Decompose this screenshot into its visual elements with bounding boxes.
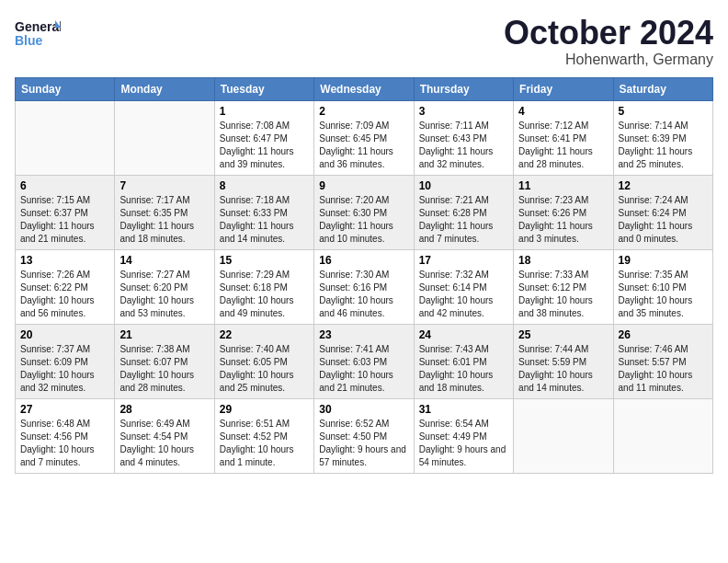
day-number: 14 [119, 254, 209, 267]
day-detail: Sunrise: 7:41 AM Sunset: 6:03 PM Dayligh… [319, 343, 408, 395]
day-number: 5 [619, 105, 708, 118]
svg-text:General: General [15, 19, 61, 34]
day-number: 8 [220, 179, 309, 192]
weekday-header-monday: Monday [115, 77, 214, 100]
day-detail: Sunrise: 7:18 AM Sunset: 6:33 PM Dayligh… [220, 194, 309, 246]
day-detail: Sunrise: 7:17 AM Sunset: 6:35 PM Dayligh… [119, 194, 209, 246]
calendar-cell [115, 100, 214, 175]
calendar-cell: 5Sunrise: 7:14 AM Sunset: 6:39 PM Daylig… [613, 100, 712, 175]
day-detail: Sunrise: 7:32 AM Sunset: 6:14 PM Dayligh… [419, 269, 508, 320]
title-area: October 2024 Hohenwarth, Germany [504, 15, 713, 68]
weekday-header-thursday: Thursday [414, 77, 513, 100]
calendar-cell: 20Sunrise: 7:37 AM Sunset: 6:09 PM Dayli… [16, 324, 115, 398]
calendar-cell: 30Sunrise: 6:52 AM Sunset: 4:50 PM Dayli… [314, 398, 414, 473]
week-row-3: 13Sunrise: 7:26 AM Sunset: 6:22 PM Dayli… [16, 249, 713, 324]
calendar-cell: 28Sunrise: 6:49 AM Sunset: 4:54 PM Dayli… [115, 398, 214, 473]
day-detail: Sunrise: 6:51 AM Sunset: 4:52 PM Dayligh… [220, 418, 309, 469]
calendar-cell: 7Sunrise: 7:17 AM Sunset: 6:35 PM Daylig… [115, 175, 214, 249]
weekday-header-tuesday: Tuesday [214, 77, 313, 100]
calendar-cell: 29Sunrise: 6:51 AM Sunset: 4:52 PM Dayli… [214, 398, 313, 473]
day-number: 3 [419, 105, 508, 118]
day-number: 13 [20, 254, 109, 267]
day-number: 24 [419, 328, 508, 341]
day-detail: Sunrise: 7:40 AM Sunset: 6:05 PM Dayligh… [220, 343, 309, 395]
day-detail: Sunrise: 6:49 AM Sunset: 4:54 PM Dayligh… [119, 418, 209, 469]
calendar-cell: 17Sunrise: 7:32 AM Sunset: 6:14 PM Dayli… [414, 249, 513, 324]
day-number: 27 [20, 403, 109, 416]
calendar-cell: 16Sunrise: 7:30 AM Sunset: 6:16 PM Dayli… [314, 249, 414, 324]
day-detail: Sunrise: 7:26 AM Sunset: 6:22 PM Dayligh… [20, 269, 109, 320]
day-detail: Sunrise: 7:37 AM Sunset: 6:09 PM Dayligh… [20, 343, 109, 395]
day-detail: Sunrise: 7:23 AM Sunset: 6:26 PM Dayligh… [518, 194, 608, 246]
week-row-4: 20Sunrise: 7:37 AM Sunset: 6:09 PM Dayli… [16, 324, 713, 398]
day-detail: Sunrise: 7:08 AM Sunset: 6:47 PM Dayligh… [220, 120, 309, 171]
calendar-cell: 14Sunrise: 7:27 AM Sunset: 6:20 PM Dayli… [115, 249, 214, 324]
day-number: 15 [220, 254, 309, 267]
calendar-cell: 13Sunrise: 7:26 AM Sunset: 6:22 PM Dayli… [16, 249, 115, 324]
day-detail: Sunrise: 7:38 AM Sunset: 6:07 PM Dayligh… [119, 343, 209, 395]
day-number: 18 [518, 254, 608, 267]
calendar-cell: 23Sunrise: 7:41 AM Sunset: 6:03 PM Dayli… [314, 324, 414, 398]
calendar-cell: 8Sunrise: 7:18 AM Sunset: 6:33 PM Daylig… [214, 175, 313, 249]
calendar-cell: 27Sunrise: 6:48 AM Sunset: 4:56 PM Dayli… [16, 398, 115, 473]
day-detail: Sunrise: 7:44 AM Sunset: 5:59 PM Dayligh… [518, 343, 608, 395]
day-number: 10 [419, 179, 508, 192]
day-detail: Sunrise: 7:33 AM Sunset: 6:12 PM Dayligh… [518, 269, 608, 320]
logo: General Blue [15, 15, 61, 55]
day-detail: Sunrise: 7:14 AM Sunset: 6:39 PM Dayligh… [619, 120, 708, 171]
calendar-cell: 22Sunrise: 7:40 AM Sunset: 6:05 PM Dayli… [214, 324, 313, 398]
day-number: 4 [518, 105, 608, 118]
calendar-cell: 15Sunrise: 7:29 AM Sunset: 6:18 PM Dayli… [214, 249, 313, 324]
day-number: 26 [619, 328, 708, 341]
calendar-cell: 2Sunrise: 7:09 AM Sunset: 6:45 PM Daylig… [314, 100, 414, 175]
weekday-header-wednesday: Wednesday [314, 77, 414, 100]
day-number: 1 [220, 105, 309, 118]
calendar-cell: 12Sunrise: 7:24 AM Sunset: 6:24 PM Dayli… [613, 175, 712, 249]
calendar-cell: 18Sunrise: 7:33 AM Sunset: 6:12 PM Dayli… [514, 249, 613, 324]
day-detail: Sunrise: 7:35 AM Sunset: 6:10 PM Dayligh… [619, 269, 708, 320]
day-detail: Sunrise: 6:52 AM Sunset: 4:50 PM Dayligh… [319, 418, 408, 469]
weekday-header-sunday: Sunday [16, 77, 115, 100]
day-detail: Sunrise: 7:21 AM Sunset: 6:28 PM Dayligh… [419, 194, 508, 246]
calendar-cell: 21Sunrise: 7:38 AM Sunset: 6:07 PM Dayli… [115, 324, 214, 398]
location: Hohenwarth, Germany [504, 52, 713, 68]
calendar-cell: 3Sunrise: 7:11 AM Sunset: 6:43 PM Daylig… [414, 100, 513, 175]
day-number: 6 [20, 179, 109, 192]
calendar-cell: 4Sunrise: 7:12 AM Sunset: 6:41 PM Daylig… [514, 100, 613, 175]
day-number: 31 [419, 403, 508, 416]
day-number: 9 [319, 179, 408, 192]
calendar-cell: 6Sunrise: 7:15 AM Sunset: 6:37 PM Daylig… [16, 175, 115, 249]
day-detail: Sunrise: 7:11 AM Sunset: 6:43 PM Dayligh… [419, 120, 508, 171]
day-detail: Sunrise: 7:43 AM Sunset: 6:01 PM Dayligh… [419, 343, 508, 395]
day-number: 19 [619, 254, 708, 267]
calendar-cell: 25Sunrise: 7:44 AM Sunset: 5:59 PM Dayli… [514, 324, 613, 398]
calendar-cell: 26Sunrise: 7:46 AM Sunset: 5:57 PM Dayli… [613, 324, 712, 398]
day-number: 28 [119, 403, 209, 416]
day-number: 29 [220, 403, 309, 416]
day-detail: Sunrise: 6:54 AM Sunset: 4:49 PM Dayligh… [419, 418, 508, 469]
day-number: 23 [319, 328, 408, 341]
calendar-cell: 9Sunrise: 7:20 AM Sunset: 6:30 PM Daylig… [314, 175, 414, 249]
calendar-cell: 11Sunrise: 7:23 AM Sunset: 6:26 PM Dayli… [514, 175, 613, 249]
weekday-header-saturday: Saturday [613, 77, 712, 100]
day-detail: Sunrise: 7:46 AM Sunset: 5:57 PM Dayligh… [619, 343, 708, 395]
day-detail: Sunrise: 7:09 AM Sunset: 6:45 PM Dayligh… [319, 120, 408, 171]
day-number: 25 [518, 328, 608, 341]
day-detail: Sunrise: 7:24 AM Sunset: 6:24 PM Dayligh… [619, 194, 708, 246]
month-title: October 2024 [504, 15, 713, 52]
day-detail: Sunrise: 7:15 AM Sunset: 6:37 PM Dayligh… [20, 194, 109, 246]
calendar-cell: 10Sunrise: 7:21 AM Sunset: 6:28 PM Dayli… [414, 175, 513, 249]
day-detail: Sunrise: 7:12 AM Sunset: 6:41 PM Dayligh… [518, 120, 608, 171]
calendar-cell: 19Sunrise: 7:35 AM Sunset: 6:10 PM Dayli… [613, 249, 712, 324]
week-row-1: 1Sunrise: 7:08 AM Sunset: 6:47 PM Daylig… [16, 100, 713, 175]
calendar-table: SundayMondayTuesdayWednesdayThursdayFrid… [15, 77, 713, 474]
logo-svg: General Blue [15, 15, 61, 55]
day-number: 20 [20, 328, 109, 341]
day-number: 12 [619, 179, 708, 192]
day-number: 11 [518, 179, 608, 192]
day-detail: Sunrise: 7:27 AM Sunset: 6:20 PM Dayligh… [119, 269, 209, 320]
weekday-header-friday: Friday [514, 77, 613, 100]
week-row-5: 27Sunrise: 6:48 AM Sunset: 4:56 PM Dayli… [16, 398, 713, 473]
svg-text:Blue: Blue [15, 33, 43, 48]
calendar-cell: 31Sunrise: 6:54 AM Sunset: 4:49 PM Dayli… [414, 398, 513, 473]
